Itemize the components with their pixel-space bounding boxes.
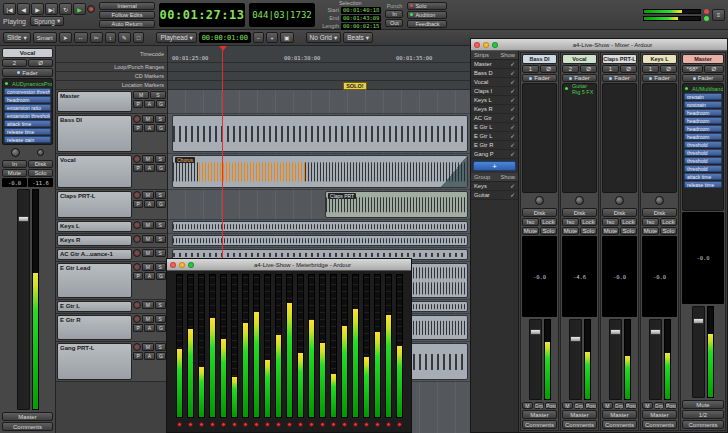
zoom-in-button[interactable]: + <box>266 32 278 43</box>
fader-button[interactable]: Fader <box>562 74 597 82</box>
group-button[interactable]: G <box>156 324 166 332</box>
cut-tool-button[interactable]: ✂ <box>90 32 103 43</box>
record-arm-button[interactable] <box>133 235 141 243</box>
secondary-clock[interactable]: 044|03|1732 <box>249 3 315 27</box>
processor-box[interactable] <box>642 83 677 193</box>
plugin-control[interactable]: headroom <box>684 109 722 116</box>
input-count[interactable]: 1 <box>602 65 619 73</box>
record-enable-dot[interactable] <box>320 422 325 427</box>
comments-button[interactable]: Comments <box>682 420 724 429</box>
fader-button[interactable]: Fader <box>2 68 53 77</box>
error-indicator[interactable] <box>704 9 709 14</box>
track-name[interactable]: Master <box>57 91 132 112</box>
plugin-control[interactable]: headroom <box>684 125 722 132</box>
mute-button[interactable]: Mute <box>682 400 724 409</box>
record-enable-dot[interactable] <box>331 422 336 427</box>
fader-button[interactable]: Fader <box>642 74 677 82</box>
plugin-control[interactable]: attack time <box>684 173 722 180</box>
track-name[interactable]: E Gtr Lead <box>57 263 132 298</box>
solo-button[interactable]: S <box>150 91 166 99</box>
audio-region[interactable] <box>172 235 468 246</box>
zoom-focus-select[interactable]: Playhead▾ <box>156 32 196 43</box>
lane-claps[interactable]: Claps PRT <box>168 190 470 220</box>
track-name[interactable]: E Gtr L <box>57 301 132 312</box>
solo-button[interactable]: S <box>155 155 167 163</box>
cd-markers-ruler[interactable] <box>168 72 470 81</box>
processor-box[interactable] <box>602 83 637 193</box>
mute-button[interactable]: M <box>142 235 154 243</box>
output-button[interactable]: Master <box>562 410 597 419</box>
solo-button[interactable]: S <box>155 221 167 229</box>
comments-button[interactable]: Comments <box>642 420 677 429</box>
trim-knob[interactable] <box>11 148 20 157</box>
iso-button[interactable]: Iso <box>562 218 579 226</box>
playlist-button[interactable]: P <box>133 100 143 108</box>
processor-box[interactable] <box>522 83 557 193</box>
phase-button[interactable]: Ø <box>620 65 637 73</box>
record-arm-button[interactable] <box>133 191 141 199</box>
playhead-marker[interactable] <box>219 46 227 51</box>
punch-in-button[interactable]: In <box>385 10 403 18</box>
gain-fader[interactable] <box>17 189 30 410</box>
plugin-control[interactable]: headroom <box>684 133 722 140</box>
iso-button[interactable]: Iso <box>642 218 659 226</box>
add-strip-button[interactable]: + <box>473 161 516 171</box>
region-fade[interactable] <box>441 156 467 187</box>
automation-button[interactable]: A <box>144 164 154 172</box>
output-button[interactable]: Master <box>602 410 637 419</box>
lane-bass-di[interactable] <box>168 114 470 154</box>
trim-knob[interactable] <box>535 196 544 205</box>
gain-display[interactable]: -0.0 <box>642 236 677 317</box>
gain-fader[interactable] <box>692 306 705 398</box>
plugin-entry[interactable]: AUDynamicsPro <box>12 81 52 87</box>
sync-source-button[interactable]: Internal <box>99 2 155 10</box>
playlist-button[interactable]: P <box>133 352 143 360</box>
strip-list-item[interactable]: Gang P✓ <box>471 150 518 159</box>
group-button[interactable]: Grp <box>614 402 625 409</box>
solo-button[interactable]: S <box>155 249 167 257</box>
iso-button[interactable]: Iso <box>602 218 619 226</box>
solo-marker[interactable]: SOLO! <box>343 82 366 90</box>
record-enable-dot[interactable] <box>375 422 380 427</box>
track-name[interactable]: Keys R <box>57 235 132 246</box>
track-header-gang[interactable]: Gang PRT-L MS PAG <box>56 342 167 382</box>
group-button[interactable]: Grp <box>574 402 585 409</box>
playlist-button[interactable]: P <box>133 124 143 132</box>
solo-button[interactable]: S <box>155 115 167 123</box>
timecode-ruler[interactable]: 00:01:25:00 00:01:30:00 00:01:35:00 <box>168 46 470 63</box>
strip-list-item[interactable]: Keys L✓ <box>471 96 518 105</box>
mixer-titlebar[interactable]: a4-Live-Show - Mixer - Ardour <box>471 39 727 51</box>
solo-button[interactable]: S <box>155 343 167 351</box>
comments-button[interactable]: Comments <box>602 420 637 429</box>
zoom-fit-button[interactable]: ▣ <box>280 32 294 43</box>
audio-region[interactable]: Chorus <box>172 155 468 188</box>
record-enable-dot[interactable] <box>309 422 314 427</box>
record-enable-dot[interactable] <box>210 422 215 427</box>
mute-button[interactable]: Mute <box>642 227 659 235</box>
mute-button[interactable]: M <box>142 315 154 323</box>
input-count[interactable]: 1 <box>522 65 539 73</box>
minimize-icon[interactable] <box>483 42 489 48</box>
check-icon[interactable]: ✓ <box>510 124 515 130</box>
solo-button[interactable]: S <box>155 263 167 271</box>
input-count[interactable]: 2 <box>562 65 579 73</box>
record-enable-dot[interactable] <box>342 422 347 427</box>
check-icon[interactable]: ✓ <box>510 79 515 85</box>
group-button[interactable]: Grp <box>534 402 545 409</box>
record-enable-dot[interactable] <box>265 422 270 427</box>
mute-button[interactable]: M <box>133 91 149 99</box>
mute-button[interactable]: M <box>142 221 154 229</box>
check-icon[interactable]: ✓ <box>510 88 515 94</box>
automation-button[interactable]: A <box>144 324 154 332</box>
plugin-control[interactable]: expansion ratio <box>4 104 51 111</box>
strip-name[interactable]: Vocal <box>562 54 597 64</box>
mute-button[interactable]: Mute <box>522 227 539 235</box>
meterbridge-titlebar[interactable]: a4-Live-Show - Meterbridge - Ardour <box>167 259 411 271</box>
forward-button[interactable]: ▶ <box>31 3 44 15</box>
record-arm-button[interactable] <box>133 315 141 323</box>
plugin-control[interactable]: expansion threshold <box>4 112 51 119</box>
playlist-button[interactable]: P <box>133 272 143 280</box>
lock-button[interactable]: Lock <box>580 218 597 226</box>
gain-display[interactable]: -4.6 <box>562 236 597 317</box>
check-icon[interactable]: ✓ <box>510 192 515 198</box>
